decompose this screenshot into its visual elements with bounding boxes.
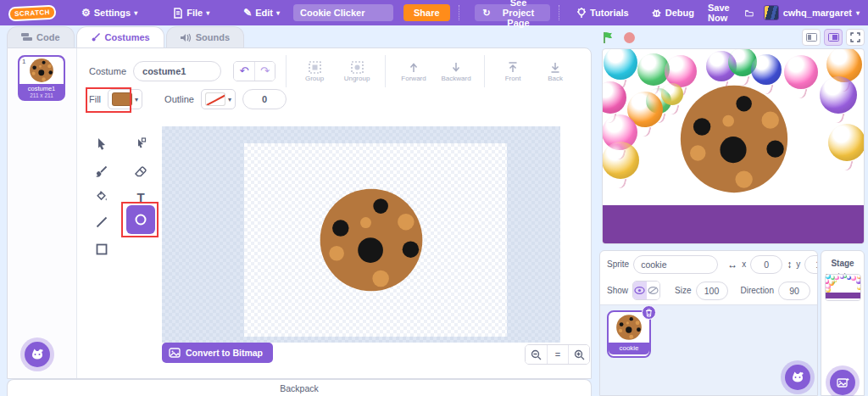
arrow-to-top-icon	[507, 61, 519, 74]
y-label: y	[796, 259, 800, 269]
costume-name-input[interactable]	[133, 61, 221, 81]
divider	[484, 55, 485, 87]
show-sprite-button[interactable]	[633, 282, 647, 299]
tab-costumes[interactable]: Costumes	[76, 26, 164, 47]
costume-drawing-area[interactable]	[244, 143, 507, 337]
fill-outline-row: Fill ▾ Outline ▾	[89, 89, 287, 109]
stage-size-controls	[802, 29, 865, 46]
share-button[interactable]: Share	[403, 4, 450, 21]
cookie-sprite[interactable]	[676, 81, 792, 197]
outline-color-picker[interactable]: ▾	[201, 89, 236, 109]
chevron-down-icon: ▾	[135, 96, 138, 103]
visibility-toggle	[632, 281, 660, 300]
outline-width-input[interactable]	[242, 89, 287, 109]
magnifier-plus-icon	[574, 349, 585, 360]
tab-code[interactable]: Code	[7, 26, 75, 47]
vertical-arrows-icon: ↕	[787, 259, 792, 271]
stage-selector-panel[interactable]: Stage Backdrops 2	[821, 250, 865, 396]
project-name-input[interactable]	[293, 4, 393, 21]
cat-plus-icon	[791, 371, 804, 384]
group-button[interactable]: Group	[297, 61, 332, 82]
tab-sounds[interactable]: Sounds	[166, 26, 244, 47]
balloon	[857, 285, 861, 290]
save-now-button[interactable]: Save Now	[708, 3, 735, 23]
delete-sprite-button[interactable]	[642, 305, 656, 320]
rectangle-tool[interactable]	[87, 235, 116, 264]
zoom-out-button[interactable]	[526, 345, 547, 364]
tool-palette: T	[77, 125, 162, 337]
convert-to-bitmap-button[interactable]: Convert to Bitmap	[162, 343, 273, 363]
large-stage-icon	[828, 33, 839, 42]
group-icon	[309, 61, 321, 74]
scratch-logo[interactable]: Scratch	[8, 4, 57, 21]
back-button[interactable]: Back	[537, 61, 573, 82]
fill-tool[interactable]	[87, 182, 116, 211]
sprite-info-panel: Sprite ↔ x ↕ y Show Size Direction cooki…	[599, 250, 818, 396]
line-tool[interactable]	[87, 208, 116, 237]
green-flag-button[interactable]	[602, 31, 615, 44]
eraser-tool[interactable]	[126, 157, 155, 186]
tutorials-button[interactable]: Tutorials	[568, 0, 637, 25]
reshape-tool[interactable]	[126, 130, 155, 159]
direction-label: Direction	[741, 286, 774, 295]
add-sprite-button[interactable]	[785, 365, 810, 390]
eye-visible-icon	[634, 287, 645, 294]
sprite-thumbnail-cookie[interactable]: cookie	[607, 310, 651, 358]
brush-icon	[91, 32, 101, 42]
backward-button[interactable]: Backward	[438, 61, 474, 82]
hide-sprite-button[interactable]	[647, 282, 660, 299]
brush-tool[interactable]	[87, 157, 116, 186]
cookie-costume-drawing[interactable]	[316, 185, 426, 295]
ellipse-tool[interactable]	[126, 205, 155, 234]
sprite-row-1: Sprite ↔ x ↕ y	[600, 251, 817, 277]
ungroup-button[interactable]: Ungroup	[339, 61, 375, 82]
arrow-to-bottom-icon	[549, 61, 561, 74]
balloon	[826, 274, 831, 279]
backpack-bar[interactable]: Backpack	[7, 379, 592, 396]
zoom-in-button[interactable]	[568, 345, 589, 364]
costume-list: 1 costume1 211 x 211 ▲	[8, 48, 77, 378]
outline-none-swatch	[205, 92, 225, 106]
large-stage-button[interactable]	[824, 29, 843, 46]
fullscreen-button[interactable]	[846, 29, 865, 46]
see-project-page-button[interactable]: ↻ See Project Page	[475, 4, 550, 21]
fill-label: Fill	[89, 94, 101, 104]
x-input[interactable]	[750, 255, 782, 274]
forward-button[interactable]: Forward	[396, 61, 431, 82]
fill-color-picker[interactable]: ▾	[108, 89, 142, 109]
direction-input[interactable]	[778, 282, 810, 300]
show-label: Show	[607, 286, 628, 295]
chevron-down-icon: ▾	[856, 9, 860, 17]
y-input[interactable]	[804, 255, 818, 274]
cat-plus-icon	[31, 349, 44, 361]
costume-thumbnail[interactable]: 1 costume1 211 x 211 ▲	[18, 55, 65, 101]
choose-costume-button[interactable]	[25, 342, 50, 367]
paint-canvas[interactable]	[162, 126, 560, 343]
refresh-icon: ↻	[483, 8, 491, 19]
debug-button[interactable]: Debug	[643, 0, 703, 25]
backdrop-plus-icon	[837, 377, 849, 388]
settings-menu[interactable]: ⚙ Settings▾	[73, 0, 146, 25]
folder-icon[interactable]	[745, 8, 754, 19]
stop-button[interactable]	[622, 31, 636, 44]
account-menu[interactable]: cwhq_margaret ▾	[764, 5, 860, 20]
stage[interactable]	[602, 48, 865, 244]
small-stage-button[interactable]	[802, 29, 821, 46]
size-input[interactable]	[696, 282, 728, 300]
magnifier-minus-icon	[531, 349, 542, 360]
chevron-down-icon: ▾	[206, 9, 209, 17]
zoom-reset-button[interactable]: =	[547, 345, 568, 364]
chevron-down-icon: ▾	[276, 9, 280, 17]
redo-button[interactable]: ↷	[254, 62, 275, 81]
front-button[interactable]: Front	[495, 61, 531, 82]
edit-menu[interactable]: ✎ Edit▾	[235, 0, 288, 25]
add-backdrop-button[interactable]	[830, 370, 855, 395]
arrow-down-icon	[450, 61, 462, 74]
backdrop-thumbnail[interactable]	[825, 274, 861, 301]
file-menu[interactable]: File▾	[164, 0, 218, 25]
select-tool[interactable]	[87, 130, 116, 159]
sprite-name-input[interactable]	[633, 255, 718, 274]
undo-redo-group: ↶ ↷	[233, 61, 275, 81]
undo-button[interactable]: ↶	[234, 62, 254, 81]
balloon	[751, 54, 782, 85]
